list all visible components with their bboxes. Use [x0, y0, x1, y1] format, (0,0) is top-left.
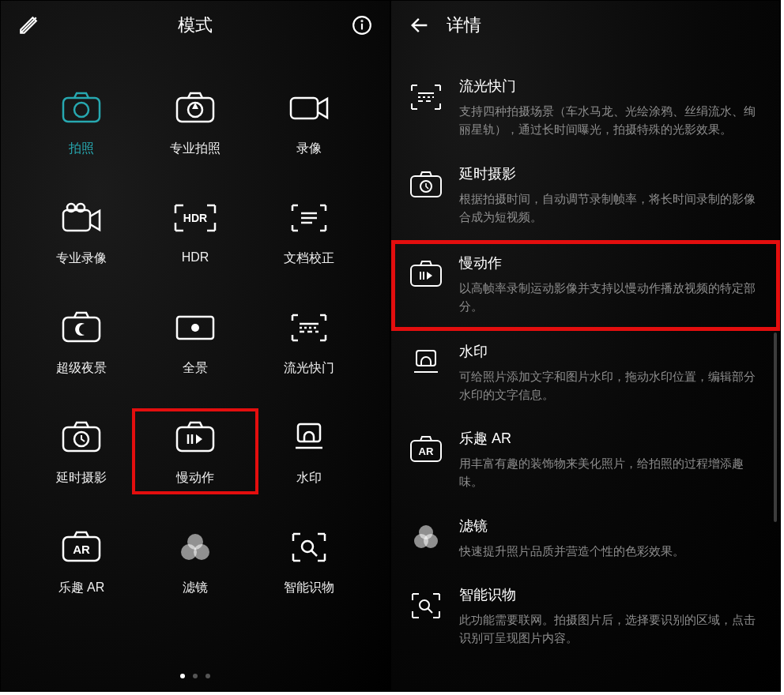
pro-video-icon [53, 195, 110, 241]
svg-rect-43 [416, 351, 435, 366]
detail-watermark[interactable]: 水印 可给照片添加文字和图片水印，拖动水印位置，编辑部分水印的文字信息。 [391, 331, 780, 419]
mode-label: 智能识物 [284, 580, 334, 596]
dot-2[interactable] [193, 674, 198, 678]
slowmo-icon [409, 257, 443, 291]
detail-ar[interactable]: AR 乐趣 AR 用丰富有趣的装饰物来美化照片，给拍照的过程增添趣味。 [391, 418, 780, 505]
detail-timelapse[interactable]: 延时摄影 根据拍摄时间，自动调节录制帧率，将长时间录制的影像合成为短视频。 [391, 153, 780, 241]
svg-point-33 [302, 541, 313, 552]
mode-label: 滤镜 [183, 580, 208, 596]
watermark-icon [281, 415, 337, 460]
mode-panorama[interactable]: 全景 [138, 305, 252, 377]
mode-label: 全景 [183, 360, 208, 377]
mode-night[interactable]: 超级夜景 [24, 305, 138, 377]
scan-icon [409, 588, 443, 623]
watermark-icon [409, 345, 443, 380]
mode-label: 乐趣 AR [58, 580, 105, 596]
mode-label: 文档校正 [284, 250, 334, 267]
pro-camera-icon [167, 85, 224, 131]
slowmo-icon [167, 415, 224, 460]
dot-3[interactable] [205, 674, 210, 678]
light-painting-icon [281, 305, 337, 351]
modes-title: 模式 [178, 15, 213, 35]
detail-desc: 此功能需要联网。拍摄图片后，选择要识别的区域，点击识别可呈现图片内容。 [459, 610, 763, 648]
detail-title: 乐趣 AR [459, 429, 763, 448]
mode-pro-video[interactable]: 专业录像 [24, 195, 138, 267]
hdr-icon: HDR [167, 195, 224, 241]
detail-desc: 用丰富有趣的装饰物来美化照片，给拍照的过程增添趣味。 [459, 454, 763, 491]
svg-line-34 [311, 550, 317, 556]
details-header: 详情 [391, 1, 780, 50]
mode-photo[interactable]: 拍照 [24, 85, 138, 157]
mode-label: 水印 [296, 470, 322, 486]
camera-icon [53, 85, 110, 131]
mode-label: 流光快门 [284, 360, 334, 377]
mode-filter[interactable]: 滤镜 [138, 524, 252, 596]
svg-text:AR: AR [419, 445, 434, 457]
modes-header: 模式 [1, 1, 390, 50]
mode-smart-scan[interactable]: 智能识物 [252, 524, 366, 596]
detail-title: 流光快门 [459, 77, 763, 96]
mode-video[interactable]: 录像 [252, 85, 366, 157]
modes-screen: 模式 拍照 专业拍照 录像 专 [0, 0, 390, 692]
svg-rect-8 [63, 210, 90, 231]
svg-rect-3 [63, 98, 100, 122]
modes-grid: 拍照 专业拍照 录像 专业录像 HDR HDR [1, 50, 390, 596]
detail-smart-scan[interactable]: 智能识物 此功能需要联网。拍摄图片后，选择要识别的区域，点击识别可呈现图片内容。 [391, 574, 780, 662]
ar-icon: AR [53, 524, 110, 570]
detail-list: 流光快门 支持四种拍摄场景（车水马龙、光绘涂鸦、丝绢流水、绚丽星轨），通过长时间… [391, 50, 780, 661]
detail-light-painting[interactable]: 流光快门 支持四种拍摄场景（车水马龙、光绘涂鸦、丝绢流水、绚丽星轨），通过长时间… [391, 66, 780, 153]
ar-icon: AR [409, 432, 443, 467]
video-icon [281, 85, 337, 131]
details-title: 详情 [447, 13, 481, 37]
light-painting-icon [409, 80, 443, 115]
svg-text:HDR: HDR [183, 212, 207, 224]
svg-rect-5 [177, 98, 213, 122]
mode-label: 延时摄影 [56, 470, 107, 486]
info-icon[interactable] [352, 15, 372, 36]
detail-desc: 以高帧率录制运动影像并支持以慢动作播放视频的特定部分。 [459, 279, 763, 316]
mode-label: 拍照 [69, 141, 94, 157]
mode-document[interactable]: 文档校正 [252, 195, 366, 267]
timelapse-icon [53, 415, 110, 460]
svg-point-49 [424, 534, 438, 548]
detail-title: 延时摄影 [459, 164, 763, 183]
mode-slowmo[interactable]: 慢动作 [132, 408, 258, 494]
detail-desc: 根据拍摄时间，自动调节录制帧率，将长时间录制的影像合成为短视频。 [459, 190, 763, 227]
mode-label: HDR [182, 250, 209, 265]
back-icon[interactable] [409, 14, 431, 36]
details-screen: 详情 流光快门 支持四种拍摄场景（车水马龙、光绘涂鸦、丝绢流水、绚丽星轨），通过… [390, 0, 781, 692]
svg-rect-40 [411, 265, 441, 286]
edit-icon[interactable] [18, 15, 39, 36]
mode-ar[interactable]: AR 乐趣 AR [24, 524, 138, 596]
mode-label: 慢动作 [176, 470, 214, 486]
night-icon [53, 305, 110, 351]
svg-point-4 [74, 103, 89, 117]
mode-pro-photo[interactable]: 专业拍照 [138, 85, 252, 157]
svg-rect-15 [63, 317, 100, 341]
mode-timelapse[interactable]: 延时摄影 [24, 415, 138, 486]
dot-1[interactable] [180, 674, 185, 678]
mode-label: 专业拍照 [170, 141, 220, 157]
mode-watermark[interactable]: 水印 [252, 415, 366, 486]
svg-point-2 [361, 21, 362, 21]
svg-rect-23 [177, 427, 213, 451]
detail-slowmo[interactable]: 慢动作 以高帧率录制运动影像并支持以慢动作播放视频的特定部分。 [391, 240, 780, 331]
scan-icon [281, 524, 337, 570]
detail-filter[interactable]: 滤镜 快速提升照片品质并营造个性的色彩效果。 [391, 505, 780, 574]
timelapse-icon [409, 167, 443, 202]
mode-label: 超级夜景 [56, 360, 107, 377]
document-icon [281, 195, 337, 241]
mode-label: 专业录像 [56, 250, 107, 267]
detail-title: 滤镜 [459, 517, 763, 535]
filter-icon [409, 520, 443, 554]
detail-desc: 支持四种拍摄场景（车水马龙、光绘涂鸦、丝绢流水、绚丽星轨），通过长时间曝光，拍摄… [459, 102, 763, 139]
svg-rect-7 [291, 98, 318, 118]
detail-desc: 可给照片添加文字和图片水印，拖动水印位置，编辑部分水印的文字信息。 [459, 367, 763, 404]
svg-point-32 [194, 544, 209, 560]
page-dots [1, 674, 390, 678]
detail-title: 慢动作 [459, 254, 763, 272]
scrollbar[interactable] [774, 332, 777, 522]
mode-hdr[interactable]: HDR HDR [138, 195, 252, 267]
detail-title: 智能识物 [459, 585, 763, 604]
mode-light-painting[interactable]: 流光快门 [252, 305, 366, 377]
